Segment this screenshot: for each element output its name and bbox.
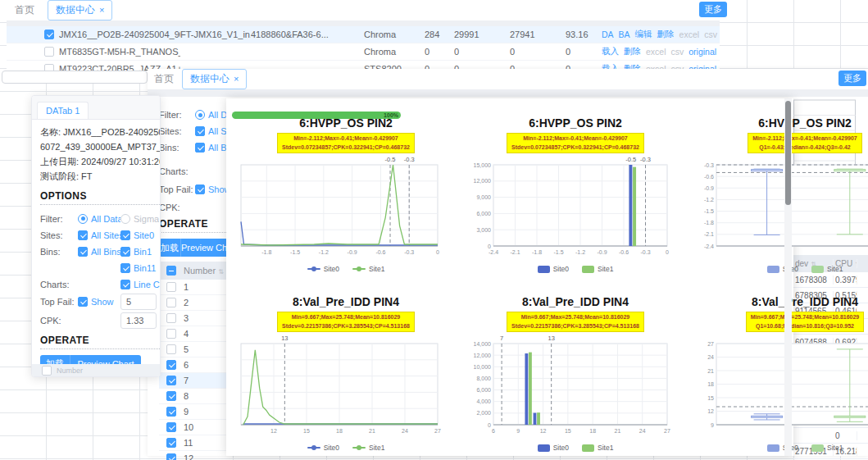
chart-title: 6:HVPP_OS PIN2	[692, 116, 868, 131]
top-fail-show[interactable]: Show	[78, 297, 120, 307]
radio-icon	[195, 110, 205, 120]
row-checkbox[interactable]	[166, 438, 176, 448]
row-checkbox[interactable]	[166, 407, 176, 417]
chart-canvas: 12151821242713	[233, 334, 444, 439]
svg-text:15: 15	[565, 428, 571, 434]
legend-item[interactable]: Site0	[767, 265, 798, 273]
cpk-label: CPK:	[159, 203, 195, 212]
row-checkbox[interactable]	[166, 344, 176, 354]
row-checkbox[interactable]	[166, 360, 176, 370]
chart-title: 8:Val_Pre_IDD PIN4	[462, 295, 688, 310]
bins-all[interactable]: All Bins	[78, 247, 120, 257]
row-checkbox[interactable]	[44, 47, 54, 57]
row-checkbox[interactable]	[166, 391, 176, 401]
filter-all-data[interactable]: All Data	[78, 214, 120, 224]
divider	[40, 348, 160, 349]
lot-name-line2: 6072_439_30000EA_MPT37_12#_dk	[40, 139, 160, 154]
row-checkbox[interactable]	[166, 298, 176, 307]
checkbox-icon	[120, 263, 130, 273]
filter-label: Filter:	[40, 214, 78, 224]
scrollbar-thumb[interactable]	[785, 101, 791, 205]
row-number: 8	[184, 391, 233, 401]
row-checkbox[interactable]	[166, 282, 176, 292]
table-cell: Chroma	[364, 47, 425, 57]
scrollbar-track[interactable]	[784, 98, 792, 456]
close-icon[interactable]: ×	[99, 6, 104, 15]
action-link-da[interactable]: DA	[602, 30, 614, 39]
select-all-checkbox[interactable]	[42, 366, 52, 376]
site0-checkbox[interactable]: Site0	[120, 230, 160, 240]
more-button[interactable]: 更多	[699, 2, 727, 17]
row-number: 6	[184, 360, 233, 370]
svg-text:-0.5: -0.5	[385, 156, 396, 163]
row-checkbox[interactable]	[166, 313, 176, 323]
tab-data-center-label: 数据中心	[56, 3, 95, 17]
filter-sigma[interactable]: Sigma	[120, 214, 160, 224]
cpk-input[interactable]: 1.33	[120, 312, 157, 329]
tab-home[interactable]: 首页	[10, 2, 39, 19]
legend-item[interactable]: Site1	[811, 444, 843, 452]
svg-text:-0.9: -0.9	[597, 249, 607, 255]
more-button[interactable]: 更多	[838, 71, 866, 86]
line-chart-checkbox[interactable]: Line Chart	[120, 280, 160, 289]
legend-item[interactable]: Site0	[538, 444, 569, 452]
action-link-delete[interactable]: 删除	[657, 29, 675, 40]
divider	[148, 89, 868, 97]
tab-data-center[interactable]: 数据中心 ×	[182, 69, 247, 89]
svg-text:-0.9: -0.9	[704, 185, 714, 191]
svg-text:-1.5: -1.5	[704, 208, 714, 214]
number-column-header[interactable]: Number⇅	[184, 266, 224, 276]
svg-text:12: 12	[707, 408, 714, 414]
legend-label: Site1	[827, 444, 843, 452]
svg-text:0: 0	[488, 422, 491, 428]
bin11-checkbox[interactable]: Bin11	[120, 263, 160, 273]
action-link-original[interactable]: original	[688, 47, 716, 57]
checkbox-icon	[120, 230, 130, 240]
legend-item[interactable]: Site1	[811, 265, 843, 273]
table-row[interactable]: MT6835GT-M5H-R_THANOS_B1+QMG1...Chroma00…	[7, 43, 720, 61]
row-checkbox[interactable]	[166, 453, 176, 460]
legend-item[interactable]: Site0	[767, 444, 798, 452]
select-all-checkbox[interactable]	[166, 266, 176, 276]
close-icon[interactable]: ×	[234, 75, 239, 84]
annotation-line: Q1=-0.43;Median=-0.424;Q3=-0.42	[752, 143, 857, 153]
checkbox-icon	[120, 280, 130, 289]
datab-tab[interactable]: DATab 1	[37, 102, 89, 119]
action-link-edit[interactable]: 编辑	[635, 29, 652, 40]
legend-item[interactable]: Site1	[352, 265, 384, 273]
action-link-delete[interactable]: 删除	[624, 46, 641, 57]
chart-title: 8:Val_Pre_IDD PIN4	[692, 295, 868, 310]
chart-card: 6:HVPP_OS PIN2Min=-2.112;Max=-0.41;Mean=…	[462, 116, 688, 290]
action-link-load[interactable]: 载入	[602, 46, 619, 57]
row-checkbox[interactable]	[166, 329, 176, 339]
top-fail-input[interactable]: 5	[120, 294, 157, 310]
footer-input[interactable]	[2, 71, 148, 84]
bin1-checkbox[interactable]: Bin1	[120, 247, 160, 257]
legend-item[interactable]: Site1	[582, 265, 613, 273]
table-row[interactable]: JMX16__PO2B-240925004_9098_FT_20...FT-JM…	[7, 26, 720, 43]
tab-data-center[interactable]: 数据中心 ×	[48, 0, 112, 20]
svg-text:-1.2: -1.2	[704, 197, 714, 203]
charts-label: Charts:	[159, 166, 195, 176]
table-cell: 0	[510, 47, 566, 57]
action-link-excel: excel	[646, 47, 666, 57]
svg-text:21: 21	[707, 368, 714, 374]
row-checkbox[interactable]	[166, 376, 176, 385]
tabbar-top: 首页 数据中心 ×	[7, 0, 720, 20]
legend-item[interactable]: Site1	[352, 444, 384, 452]
legend-item[interactable]: Site0	[307, 444, 339, 452]
legend-item[interactable]: Site0	[538, 265, 569, 273]
legend-item[interactable]: Site0	[307, 265, 339, 273]
number-column-header: Number	[57, 367, 83, 375]
svg-text:8,000: 8,000	[476, 376, 491, 381]
tab-home[interactable]: 首页	[154, 72, 174, 86]
row-checkbox[interactable]	[44, 30, 54, 39]
sites-all[interactable]: All Sites	[78, 230, 120, 240]
checkbox-label: Bin11	[134, 263, 156, 273]
checkbox-label: Show	[91, 297, 114, 307]
row-checkbox[interactable]	[166, 422, 176, 432]
load-button[interactable]: 加载	[159, 239, 181, 257]
legend-item[interactable]: Site1	[582, 444, 613, 452]
table-cell: FT-JMX16_V1_in...	[180, 30, 251, 39]
action-link-ba[interactable]: BA	[619, 30, 630, 39]
